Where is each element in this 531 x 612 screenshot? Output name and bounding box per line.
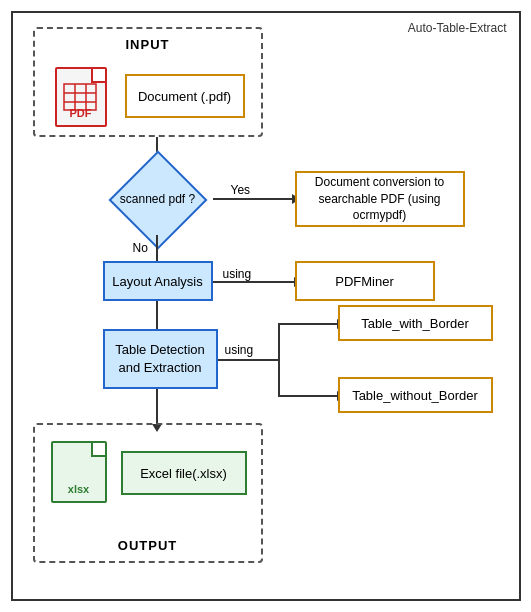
- xlsx-text: xlsx: [68, 483, 89, 495]
- diamond-container: scanned pdf ?: [103, 165, 213, 235]
- input-section: INPUT PDF Document (.pdf): [33, 27, 263, 137]
- excel-box: Excel file(.xlsx): [121, 451, 247, 495]
- arrow-diamond-to-layout: [156, 235, 158, 263]
- diagram-container: Auto-Table-Extract INPUT PDF: [11, 11, 521, 601]
- table-border-box: Table_with_Border: [338, 305, 493, 341]
- pdf-text: PDF: [70, 107, 92, 119]
- split-vertical-line: [278, 323, 280, 395]
- input-label: INPUT: [126, 37, 170, 52]
- table-no-border-box: Table_without_Border: [338, 377, 493, 413]
- arrow-to-table-border: [278, 323, 338, 325]
- using-label-table: using: [225, 343, 254, 357]
- document-box: Document (.pdf): [125, 74, 245, 118]
- doc-conversion-box: Document conversion to searchable PDF (u…: [295, 171, 465, 227]
- arrow-layout-to-tabledet: [156, 301, 158, 331]
- yes-label: Yes: [231, 183, 251, 197]
- layout-box: Layout Analysis: [103, 261, 213, 301]
- arrow-layout-to-pdfminer: [213, 281, 295, 283]
- output-section: OUTPUT xlsx Excel file(.xlsx): [33, 423, 263, 563]
- arrow-to-table-no-border: [278, 395, 338, 397]
- pdfminer-box: PDFMiner: [295, 261, 435, 301]
- app-title: Auto-Table-Extract: [408, 21, 507, 35]
- arrow-table-right: [218, 359, 278, 361]
- xlsx-icon: xlsx: [51, 441, 107, 503]
- arrow-yes: [213, 198, 293, 200]
- arrow-tabledet-to-output: [156, 389, 158, 425]
- diamond-text: scanned pdf ?: [103, 165, 213, 235]
- no-label: No: [133, 241, 148, 255]
- output-label: OUTPUT: [118, 538, 177, 553]
- table-detection-box: Table Detection and Extraction: [103, 329, 218, 389]
- using-label-layout: using: [223, 267, 252, 281]
- pdf-icon: PDF: [55, 67, 107, 127]
